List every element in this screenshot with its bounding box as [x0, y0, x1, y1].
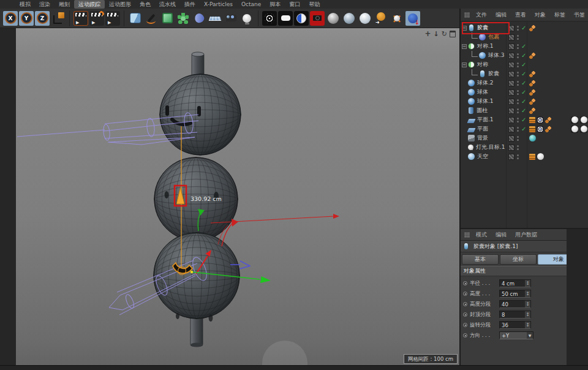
octane-mix-material-icon[interactable]: [390, 11, 404, 26]
phong-tag-icon[interactable]: [545, 126, 551, 132]
menu-item-Octane[interactable]: Octane: [237, 0, 265, 9]
layer-toggle-icon[interactable]: [508, 43, 514, 50]
deformer-icon[interactable]: [192, 11, 206, 26]
material-ball-icon[interactable]: [580, 126, 587, 133]
layer-toggle-icon[interactable]: [508, 99, 514, 105]
value-field[interactable]: 50 cm↕: [499, 290, 531, 298]
rotate-icon[interactable]: ↻: [442, 31, 447, 37]
light-icon[interactable]: [239, 11, 254, 26]
octane-daylight-icon[interactable]: [405, 11, 420, 26]
stepper-arrows-icon[interactable]: ↕: [525, 280, 530, 287]
material-ball-icon[interactable]: [571, 116, 578, 124]
menu-item-文件[interactable]: 文件: [472, 10, 491, 19]
value-field[interactable]: 40↕: [499, 300, 531, 308]
material-ball-icon[interactable]: [580, 116, 587, 124]
floor-icon[interactable]: [208, 11, 222, 26]
animation-toggle-icon[interactable]: [463, 302, 467, 306]
expand-toggle[interactable]: −: [462, 62, 467, 67]
octane-tag-icon[interactable]: [537, 126, 543, 132]
enabled-check-icon[interactable]: ✓: [521, 126, 526, 132]
value-field[interactable]: 8↕: [499, 311, 531, 319]
enabled-check-icon[interactable]: ✓: [521, 107, 526, 114]
phong-tag-icon[interactable]: [529, 80, 535, 86]
enabled-check-icon[interactable]: ✓: [521, 52, 526, 59]
value-field[interactable]: 4 cm↕: [499, 279, 531, 287]
compositing-tag-icon[interactable]: [529, 117, 535, 123]
axis-x-lock-icon[interactable]: X: [3, 11, 18, 26]
object-row[interactable]: 平面.1✓: [461, 115, 588, 124]
tab-基本[interactable]: 基本: [462, 254, 499, 265]
menu-item-对象[interactable]: 对象: [530, 10, 550, 19]
object-row[interactable]: 灯光.目标.1: [461, 143, 588, 152]
menu-item-脚本[interactable]: 脚本: [265, 0, 285, 9]
zoom-icon[interactable]: ↓: [434, 31, 439, 37]
object-row[interactable]: −对称.1✓: [461, 42, 588, 51]
stepper-arrows-icon[interactable]: ↕: [525, 301, 530, 308]
enabled-check-icon[interactable]: ✓: [521, 61, 526, 68]
object-row[interactable]: −对称✓: [461, 60, 588, 69]
octane-camera-icon[interactable]: [310, 11, 325, 26]
expand-toggle[interactable]: −: [462, 26, 467, 31]
pan-icon[interactable]: +: [425, 31, 431, 37]
menu-item-插件[interactable]: 插件: [180, 0, 200, 9]
axis-y-lock-icon[interactable]: Y: [19, 11, 34, 26]
object-row[interactable]: −胶囊✓: [461, 23, 588, 32]
subdivision-surface-icon[interactable]: [160, 11, 175, 26]
menu-item-用户数据[interactable]: 用户数据: [511, 230, 541, 239]
stepper-arrows-icon[interactable]: ↕: [525, 322, 530, 328]
octane-diffuse-material-icon[interactable]: [326, 11, 341, 26]
menu-item-角色[interactable]: 角色: [135, 0, 155, 9]
compositing-tag-icon[interactable]: [529, 154, 535, 160]
axis-z-lock-icon[interactable]: Z: [35, 11, 50, 26]
visibility-dots[interactable]: [517, 35, 519, 40]
object-row[interactable]: 球体.1✓: [461, 97, 588, 106]
enabled-check-icon[interactable]: ✓: [521, 80, 526, 86]
animation-toggle-icon[interactable]: [463, 281, 467, 285]
menu-item-运动图形[interactable]: 运动图形: [105, 0, 135, 9]
layer-toggle-icon[interactable]: [508, 53, 514, 59]
layer-toggle-icon[interactable]: [508, 71, 514, 77]
octane-texture-environment-icon[interactable]: [374, 11, 388, 26]
motion-tracker-icon[interactable]: [74, 11, 88, 26]
tab-坐标[interactable]: 坐标: [500, 254, 537, 265]
visibility-dots[interactable]: [517, 53, 519, 58]
material-teal-tag-icon[interactable]: [529, 135, 536, 142]
animation-toggle-icon[interactable]: [463, 312, 467, 317]
mograph-array-icon[interactable]: [176, 11, 190, 26]
octane-glossy-material-icon[interactable]: [342, 11, 356, 26]
visibility-dots[interactable]: [517, 136, 519, 141]
menu-item-窗口[interactable]: 窗口: [285, 0, 304, 9]
stepper-arrows-icon[interactable]: ↕: [525, 311, 530, 318]
object-row[interactable]: 球体.3✓: [461, 51, 588, 60]
layer-toggle-icon[interactable]: [508, 145, 514, 151]
compositing-tag-icon[interactable]: [529, 126, 535, 132]
spline-pen-icon[interactable]: [144, 11, 159, 26]
coordinate-system-icon[interactable]: [51, 11, 66, 26]
menu-item-模拟[interactable]: 模拟: [15, 0, 35, 9]
phong-tag-icon[interactable]: [529, 89, 535, 96]
visibility-dots[interactable]: [517, 154, 519, 159]
layer-toggle-icon[interactable]: [508, 108, 514, 114]
menu-item-运动跟踪[interactable]: 运动跟踪: [74, 0, 105, 9]
visibility-dots[interactable]: [517, 127, 519, 132]
visibility-dots[interactable]: [517, 81, 519, 86]
octane-settings-icon[interactable]: [294, 11, 309, 26]
layer-toggle-icon[interactable]: [508, 25, 514, 31]
object-row[interactable]: 圆柱✓: [461, 106, 588, 115]
animation-toggle-icon[interactable]: [463, 292, 467, 296]
material-ball-icon[interactable]: [571, 126, 578, 133]
menu-item-帮助[interactable]: 帮助: [304, 0, 324, 9]
phong-tag-icon[interactable]: [529, 25, 535, 31]
phong-tag-icon[interactable]: [529, 71, 535, 77]
motion-tracker-scene-icon[interactable]: [105, 11, 120, 26]
enabled-check-icon[interactable]: ✓: [521, 25, 526, 31]
menu-item-标签[interactable]: 标签: [550, 10, 570, 19]
object-row[interactable]: 球体.2✓: [461, 78, 588, 88]
animation-toggle-icon[interactable]: [463, 323, 467, 327]
orientation-dropdown[interactable]: +Y▼: [499, 331, 533, 339]
enabled-check-icon[interactable]: ✓: [521, 98, 526, 105]
menu-item-X-Particles[interactable]: X-Particles: [200, 0, 237, 9]
menu-item-编辑[interactable]: 编辑: [491, 230, 511, 239]
layer-toggle-icon[interactable]: [508, 126, 514, 132]
menu-item-书签[interactable]: 书签: [570, 10, 588, 19]
